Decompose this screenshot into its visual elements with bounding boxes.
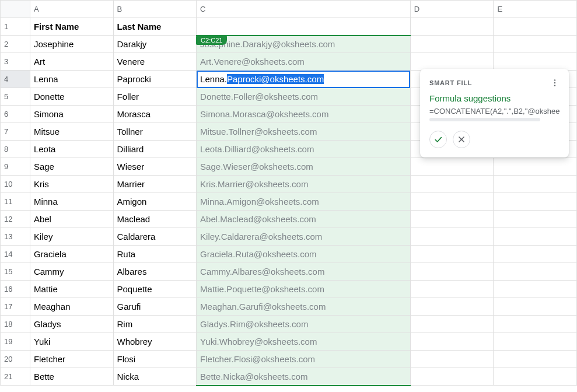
cell-first-name[interactable]: Mitsue bbox=[30, 123, 113, 141]
cell[interactable] bbox=[494, 316, 577, 333]
row-header[interactable]: 8 bbox=[1, 141, 30, 158]
row-header[interactable]: 15 bbox=[1, 263, 30, 281]
cell[interactable] bbox=[494, 18, 577, 36]
cell-email[interactable]: Donette.Foller@oksheets.com bbox=[197, 88, 411, 106]
spreadsheet-grid[interactable]: A B C D E 1First NameLast Name2Josephine… bbox=[0, 0, 577, 386]
cell-email[interactable]: Simona.Morasca@oksheets.com bbox=[197, 106, 411, 123]
row-header[interactable]: 3 bbox=[1, 53, 30, 71]
row-header[interactable]: 17 bbox=[1, 298, 30, 316]
more-icon[interactable] bbox=[550, 78, 559, 88]
row-header[interactable]: 20 bbox=[1, 351, 30, 368]
cell[interactable] bbox=[494, 228, 577, 246]
cell-last-name[interactable]: Nicka bbox=[113, 368, 197, 386]
cell-last-name[interactable]: Caldarera bbox=[113, 228, 197, 246]
cell-email[interactable]: Kiley.Caldarera@oksheets.com bbox=[197, 228, 411, 246]
row-header[interactable]: 18 bbox=[1, 316, 30, 333]
cell-last-name[interactable]: Marrier bbox=[113, 176, 197, 193]
cell[interactable] bbox=[410, 281, 494, 298]
cell[interactable] bbox=[494, 333, 577, 351]
cell[interactable] bbox=[410, 53, 494, 71]
cell-last-name[interactable]: Morasca bbox=[113, 106, 197, 123]
cell[interactable] bbox=[410, 316, 494, 333]
cell[interactable] bbox=[494, 53, 577, 71]
cell-email[interactable]: Sage.Wieser@oksheets.com bbox=[197, 158, 411, 176]
cell-last-name[interactable]: Rim bbox=[113, 316, 197, 333]
cell-last-name[interactable]: Poquette bbox=[113, 281, 197, 298]
cell[interactable] bbox=[494, 36, 577, 53]
cell[interactable] bbox=[494, 351, 577, 368]
cell-first-name[interactable]: Leota bbox=[30, 141, 113, 158]
row-header[interactable]: 4 bbox=[1, 71, 30, 88]
row-header[interactable]: 11 bbox=[1, 193, 30, 211]
row-header[interactable]: 9 bbox=[1, 158, 30, 176]
cell[interactable] bbox=[410, 246, 494, 263]
row-header[interactable]: 5 bbox=[1, 88, 30, 106]
cell-last-name[interactable]: Tollner bbox=[113, 123, 197, 141]
cell-last-name[interactable]: Amigon bbox=[113, 193, 197, 211]
cell-first-name[interactable]: Yuki bbox=[30, 333, 113, 351]
cell-last-name[interactable]: Flosi bbox=[113, 351, 197, 368]
cell[interactable] bbox=[410, 193, 494, 211]
cell-last-name[interactable]: Foller bbox=[113, 88, 197, 106]
cell-last-name[interactable]: Whobrey bbox=[113, 333, 197, 351]
cell[interactable] bbox=[410, 18, 494, 36]
cell[interactable] bbox=[494, 263, 577, 281]
cell-email[interactable]: Gladys.Rim@oksheets.com bbox=[197, 316, 411, 333]
cell-first-name[interactable]: Kiley bbox=[30, 228, 113, 246]
cell-last-name[interactable]: Albares bbox=[113, 263, 197, 281]
cell-last-name[interactable]: Maclead bbox=[113, 211, 197, 228]
cell[interactable] bbox=[494, 211, 577, 228]
header-first-name[interactable]: First Name bbox=[30, 18, 113, 36]
cell[interactable] bbox=[410, 36, 494, 53]
col-header-c[interactable]: C bbox=[197, 1, 411, 18]
cell-first-name[interactable]: Art bbox=[30, 53, 113, 71]
cell-last-name[interactable]: Wieser bbox=[113, 158, 197, 176]
accept-button[interactable] bbox=[429, 131, 447, 148]
col-header-e[interactable]: E bbox=[494, 1, 577, 18]
cell-first-name[interactable]: Simona bbox=[30, 106, 113, 123]
corner-cell[interactable] bbox=[1, 1, 30, 18]
cell-first-name[interactable]: Minna bbox=[30, 193, 113, 211]
row-header[interactable]: 6 bbox=[1, 106, 30, 123]
cell[interactable] bbox=[410, 158, 494, 176]
cell-first-name[interactable]: Gladys bbox=[30, 316, 113, 333]
cell-email[interactable]: Yuki.Whobrey@oksheets.com bbox=[197, 333, 411, 351]
cell-last-name[interactable]: Darakjy bbox=[113, 36, 197, 53]
cell-email[interactable]: Fletcher.Flosi@oksheets.com bbox=[197, 351, 411, 368]
cell[interactable] bbox=[410, 333, 494, 351]
row-header[interactable]: 21 bbox=[1, 368, 30, 386]
cell[interactable] bbox=[410, 211, 494, 228]
cell-email[interactable]: Bette.Nicka@oksheets.com bbox=[197, 368, 411, 386]
cell-email[interactable]: Cammy.Albares@oksheets.com bbox=[197, 263, 411, 281]
cell-last-name[interactable]: Ruta bbox=[113, 246, 197, 263]
cell[interactable] bbox=[494, 298, 577, 316]
col-header-d[interactable]: D bbox=[410, 1, 494, 18]
cell-last-name[interactable]: Garufi bbox=[113, 298, 197, 316]
cell[interactable] bbox=[494, 176, 577, 193]
cell-first-name[interactable]: Donette bbox=[30, 88, 113, 106]
cell-first-name[interactable]: Graciela bbox=[30, 246, 113, 263]
cell[interactable] bbox=[197, 18, 411, 36]
row-header[interactable]: 10 bbox=[1, 176, 30, 193]
cell-email[interactable]: Mattie.Poquette@oksheets.com bbox=[197, 281, 411, 298]
cell-last-name[interactable]: Paprocki bbox=[113, 71, 197, 88]
reject-button[interactable] bbox=[453, 131, 470, 148]
cell[interactable] bbox=[410, 228, 494, 246]
col-header-b[interactable]: B bbox=[113, 1, 197, 18]
cell-first-name[interactable]: Cammy bbox=[30, 263, 113, 281]
cell-email[interactable]: Abel.Maclead@oksheets.com bbox=[197, 211, 411, 228]
cell[interactable] bbox=[494, 281, 577, 298]
col-header-a[interactable]: A bbox=[30, 1, 113, 18]
cell-email[interactable]: C2:C21Josephine.Darakjy@oksheets.com bbox=[197, 36, 411, 53]
cell-first-name[interactable]: Kris bbox=[30, 176, 113, 193]
cell-email[interactable]: Meaghan.Garufi@oksheets.com bbox=[197, 298, 411, 316]
cell-email[interactable]: Minna.Amigon@oksheets.com bbox=[197, 193, 411, 211]
cell[interactable] bbox=[494, 368, 577, 386]
cell[interactable] bbox=[410, 351, 494, 368]
cell-first-name[interactable]: Abel bbox=[30, 211, 113, 228]
row-header[interactable]: 13 bbox=[1, 228, 30, 246]
cell-first-name[interactable]: Meaghan bbox=[30, 298, 113, 316]
cell-first-name[interactable]: Fletcher bbox=[30, 351, 113, 368]
cell-email[interactable]: Mitsue.Tollner@oksheets.com bbox=[197, 123, 411, 141]
cell[interactable] bbox=[494, 246, 577, 263]
